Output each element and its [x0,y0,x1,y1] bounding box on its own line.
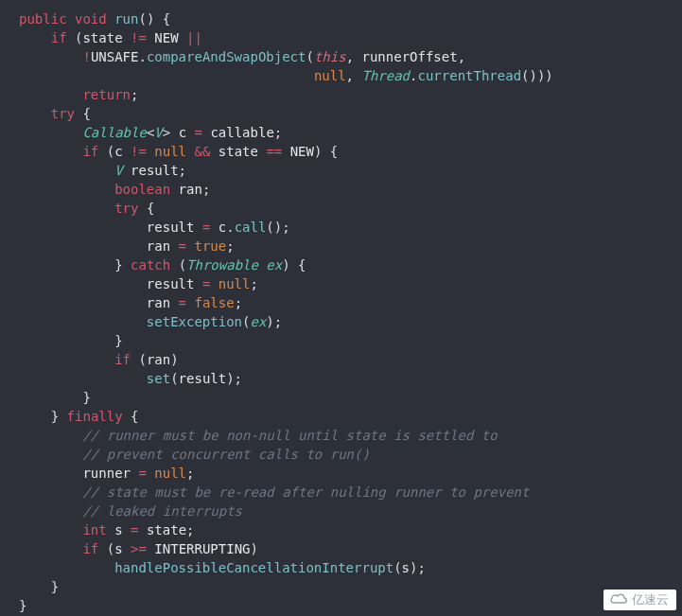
keyword-if: if [51,30,67,45]
code-line: } [19,333,123,348]
code-line: if (s >= INTERRUPTING) [19,541,258,556]
code-line: if (c != null && state == NEW) { [19,144,338,159]
code-line: // state must be re-read after nulling r… [19,484,529,500]
cloud-logo-icon [609,591,628,607]
code-line: if (ran) [19,352,179,367]
code-line: } [19,598,26,613]
code-line: boolean ran; [19,182,210,197]
code-line: runner = null; [19,466,194,481]
code-line: // leaked interrupts [19,503,242,519]
code-line: return; [19,87,138,102]
method-name: run [114,11,138,26]
code-line: try { [19,201,154,216]
code-line: // runner must be non-null until state i… [19,428,498,443]
code-line: ran = false; [19,295,242,310]
code-line: try { [19,106,91,121]
code-line: setException(ex); [19,314,282,329]
code-line: } finally { [19,409,138,424]
keyword-void: void [75,11,107,26]
code-line: V result; [19,163,186,178]
keyword-try: try [51,106,75,121]
watermark-badge: 亿速云 [603,590,676,610]
comment: // runner must be non-null until state i… [82,428,497,443]
keyword-finally: finally [67,409,123,424]
code-line: } [19,579,59,594]
code-line: } catch (Throwable ex) { [19,257,306,273]
keyword-public: public [19,11,67,26]
code-line: handlePossibleCancellationInterrupt(s); [19,560,426,575]
code-line: int s = state; [19,522,195,537]
comment: // state must be re-read after nulling r… [82,484,529,500]
watermark-text: 亿速云 [632,592,669,607]
code-line: } [19,390,91,405]
keyword-null: null [314,68,346,83]
keyword-catch: catch [131,257,170,273]
code-line: Callable<V> c = callable; [19,125,282,140]
code-line: set(result); [19,371,242,386]
code-line: // prevent concurrent calls to run() [19,447,370,462]
code-line: result = c.call(); [19,220,290,235]
code-line: !UNSAFE.compareAndSwapObject(this, runne… [19,49,465,64]
keyword-this: this [314,49,346,64]
keyword-return: return [82,87,131,102]
code-line: public void run() { [19,11,170,26]
code-line: result = null; [19,276,258,291]
code-line: ran = true; [19,238,235,254]
comment: // prevent concurrent calls to run() [82,447,369,462]
code-line: if (state != NEW || [19,30,202,45]
comment: // leaked interrupts [82,503,242,519]
code-line: null, Thread.currentThread())) [19,68,553,83]
code-block: public void run() { if (state != NEW || … [0,0,682,615]
